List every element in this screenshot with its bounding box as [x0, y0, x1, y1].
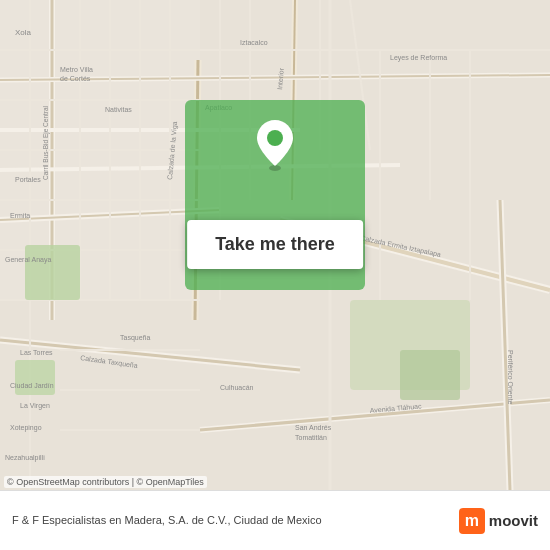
- svg-text:Las Torres: Las Torres: [20, 349, 53, 356]
- svg-rect-45: [15, 360, 55, 395]
- svg-text:Tomatitlán: Tomatitlán: [295, 434, 327, 441]
- svg-text:Xotepingo: Xotepingo: [10, 424, 42, 432]
- location-info: F & F Especialistas en Madera, S.A. de C…: [12, 513, 449, 528]
- svg-rect-44: [25, 245, 80, 300]
- svg-text:Carril Bus-Bid Eje Central: Carril Bus-Bid Eje Central: [42, 105, 50, 180]
- bottom-bar: F & F Especialistas en Madera, S.A. de C…: [0, 490, 550, 550]
- moovit-logo-text: moovit: [489, 512, 538, 529]
- svg-text:San Andrés: San Andrés: [295, 424, 332, 431]
- svg-text:de Cortés: de Cortés: [60, 75, 91, 82]
- svg-text:Periférico Oriente: Periférico Oriente: [507, 350, 514, 405]
- svg-text:Nezahualpilli: Nezahualpilli: [5, 454, 45, 462]
- svg-text:Tasqueña: Tasqueña: [120, 334, 150, 342]
- svg-text:Xola: Xola: [15, 28, 32, 37]
- take-me-there-button[interactable]: Take me there: [187, 220, 363, 269]
- svg-text:Portales: Portales: [15, 176, 41, 183]
- svg-text:Ciudad Jardín: Ciudad Jardín: [10, 382, 54, 389]
- map-pin-icon: [253, 118, 297, 172]
- svg-text:Nativitas: Nativitas: [105, 106, 132, 113]
- moovit-logo-icon: m: [459, 508, 485, 534]
- svg-text:Leyes de Reforma: Leyes de Reforma: [390, 54, 447, 62]
- svg-rect-47: [400, 350, 460, 400]
- svg-text:Metro Villa: Metro Villa: [60, 66, 93, 73]
- map-container: Xola Metro Villa de Cortés Nativitas Por…: [0, 0, 550, 490]
- map-attribution: © OpenStreetMap contributors | © OpenMap…: [4, 476, 207, 488]
- svg-point-75: [267, 130, 283, 146]
- svg-text:La Virgen: La Virgen: [20, 402, 50, 410]
- svg-text:Culhuacán: Culhuacán: [220, 384, 254, 391]
- svg-text:Ermita: Ermita: [10, 212, 30, 219]
- svg-text:Iztacalco: Iztacalco: [240, 39, 268, 46]
- moovit-logo: m moovit: [459, 508, 538, 534]
- svg-text:General Anaya: General Anaya: [5, 256, 51, 264]
